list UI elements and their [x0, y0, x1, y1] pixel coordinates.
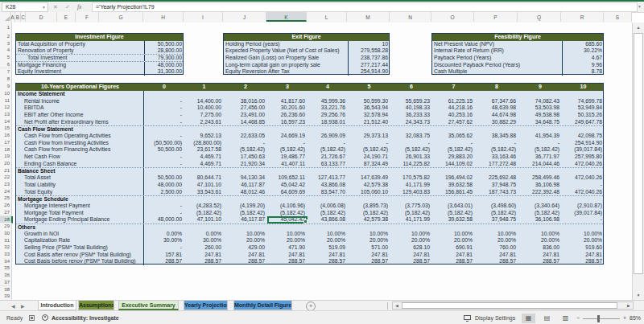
data-row[interactable]: Mortgage Interest Payment-(4,283.52)(4,1… — [16, 203, 603, 210]
year-header-1[interactable]: 1 — [184, 84, 224, 91]
table-row[interactable]: Total Investment79,300.00 — [16, 55, 183, 62]
cell[interactable]: 53,503.98 — [518, 105, 562, 112]
worksheet-grid[interactable]: 1234567891011121314151617181920212223242… — [0, 23, 632, 300]
cell[interactable]: 4,469.71 — [184, 154, 224, 161]
cell[interactable]: 53,949.84 — [562, 105, 603, 112]
cell[interactable]: (5,182.42) — [308, 146, 348, 154]
cell[interactable]: 20.00% — [308, 237, 348, 244]
cell[interactable]: 472,040.26 — [562, 174, 603, 182]
column-header-H[interactable]: H — [143, 12, 184, 22]
cell[interactable]: 83,547.70 — [308, 189, 348, 196]
data-row[interactable]: Cash Flow from Operating Activities-9,65… — [16, 133, 603, 140]
year-header-4[interactable]: 4 — [308, 84, 348, 91]
cell[interactable]: 32,083.75 — [390, 133, 432, 140]
cell[interactable]: 10.00% — [562, 231, 603, 238]
cell[interactable]: 4.67 — [562, 55, 603, 62]
cell[interactable]: 247.81 — [475, 252, 518, 259]
insert-function-icon[interactable]: fx — [77, 2, 81, 11]
cell[interactable]: 147,639.49 — [348, 174, 390, 182]
column-header-Q[interactable]: Q — [518, 12, 561, 22]
data-row[interactable]: Total Liability48,000.0047,101.1046,117.… — [16, 182, 603, 189]
cell[interactable]: (5,182.42) — [224, 210, 267, 217]
data-row[interactable]: Total Equity2,500.0033,543.6148,012.4664… — [16, 189, 603, 196]
name-box-dropdown-icon[interactable]: ▼ — [42, 3, 46, 11]
table-row[interactable]: Mortgage Financing48,000.00 — [16, 62, 183, 69]
cell[interactable]: 16,597.23 — [267, 119, 308, 126]
cell[interactable]: 836.00 — [518, 244, 562, 252]
cell[interactable]: 46,117.87 — [224, 216, 267, 224]
data-row[interactable]: Growth in NOI0.00%0.00%10.00%10.00%10.00… — [16, 231, 603, 238]
vertical-scrollbar[interactable]: ▲ ▼ — [632, 23, 644, 300]
scroll-right-icon[interactable]: ▶ — [625, 302, 633, 309]
cell[interactable]: 50,599.30 — [348, 98, 390, 105]
cell[interactable]: - — [308, 140, 348, 147]
cell[interactable]: - — [144, 98, 184, 105]
cell[interactable]: 22,633.05 — [224, 133, 267, 140]
data-row[interactable]: Cash Flow from Financing Activities50,50… — [16, 146, 603, 154]
cell[interactable]: - — [267, 140, 308, 147]
cell[interactable]: 129,403.83 — [390, 189, 432, 196]
column-header-J[interactable]: J — [223, 12, 266, 22]
row-header-1[interactable]: 1 — [0, 23, 12, 34]
cell[interactable]: 144,109.02 — [432, 161, 475, 168]
cell[interactable]: 49,538.98 — [518, 112, 562, 119]
cell[interactable]: 288.57 — [390, 258, 432, 265]
cell[interactable]: (5,182.42) — [390, 146, 432, 154]
cell[interactable]: 50,315.26 — [562, 112, 603, 119]
cell[interactable]: 42,098.75 — [562, 133, 603, 140]
zoom-slider-thumb[interactable] — [597, 315, 600, 322]
cell[interactable]: 10.00% — [518, 231, 562, 238]
cell[interactable]: 288.57 — [348, 258, 390, 265]
cell[interactable]: - — [144, 133, 184, 140]
cell[interactable]: 45,042.42 — [267, 216, 308, 224]
year-header-6[interactable]: 6 — [390, 84, 432, 91]
sheet-tab-executive-summary[interactable]: Executive Summary — [118, 301, 179, 310]
cell[interactable]: 21,726.67 — [308, 154, 348, 161]
cell[interactable]: 10.00% — [475, 231, 518, 238]
cell[interactable]: 8.78 — [562, 68, 603, 76]
cell[interactable]: (5,182.42) — [475, 210, 518, 217]
cell[interactable]: 44,674.98 — [475, 112, 518, 119]
cell[interactable]: 36,771.97 — [518, 154, 562, 161]
cell[interactable]: 170,575.82 — [390, 174, 432, 182]
cell[interactable]: (4,006.08) — [308, 203, 348, 210]
cell[interactable]: 41,954.39 — [518, 133, 562, 140]
cell[interactable]: 29,883.20 — [432, 154, 475, 161]
cell[interactable]: - — [144, 210, 184, 217]
cell[interactable]: 157.81 — [144, 252, 184, 259]
cell[interactable]: 196,494.02 — [432, 174, 475, 182]
cell[interactable]: 41,171.99 — [390, 182, 432, 189]
cell[interactable]: (2,910.87) — [562, 203, 603, 210]
cell[interactable]: - — [144, 119, 184, 126]
cell[interactable]: 14,400.00 — [184, 98, 224, 105]
sheet-tab-assumptions[interactable]: Assumptions — [78, 301, 114, 310]
scroll-left-icon[interactable]: ◀ — [393, 302, 401, 309]
column-header-N[interactable]: N — [390, 12, 431, 22]
cell[interactable]: 42,579.38 — [348, 216, 390, 224]
column-header-P[interactable]: P — [474, 12, 518, 22]
cell[interactable]: 37,948.75 — [475, 216, 518, 224]
cell[interactable]: 29,373.13 — [348, 133, 390, 140]
cell[interactable]: (5,182.42) — [308, 210, 348, 217]
cell[interactable]: (39,017.84) — [562, 146, 603, 154]
horizontal-scrollbar[interactable]: ◀ ▶ — [392, 301, 634, 310]
cell[interactable]: 44,218.16 — [432, 105, 475, 112]
cell[interactable]: 33,163.46 — [475, 154, 518, 161]
tab-nav-left-icon[interactable]: ◀ — [11, 302, 15, 310]
display-settings-button[interactable]: Display Settings — [475, 315, 515, 321]
cell[interactable]: 2,500.00 — [144, 189, 184, 196]
formula-input[interactable]: ='Yearly Projection'!L79 — [92, 2, 638, 12]
data-row[interactable]: Mortgage Ending Principal Balance48,000.… — [16, 216, 603, 224]
cell[interactable]: 43,866.08 — [308, 216, 348, 224]
cell[interactable]: 36,106.98 — [518, 182, 562, 189]
cell[interactable]: 249,647.78 — [562, 119, 603, 126]
cell[interactable]: 288.57 — [184, 258, 224, 265]
cell[interactable]: (5,182.42) — [184, 210, 224, 217]
cell[interactable]: - — [224, 140, 267, 147]
cell[interactable]: 21,920.34 — [224, 161, 267, 168]
year-header-0[interactable]: 0 — [144, 84, 184, 91]
cell[interactable]: (39,017.84) — [562, 210, 603, 217]
cell[interactable]: 23,617.58 — [184, 146, 224, 154]
cell[interactable]: 61,225.15 — [432, 98, 475, 105]
cell[interactable]: 48,012.46 — [224, 189, 267, 196]
